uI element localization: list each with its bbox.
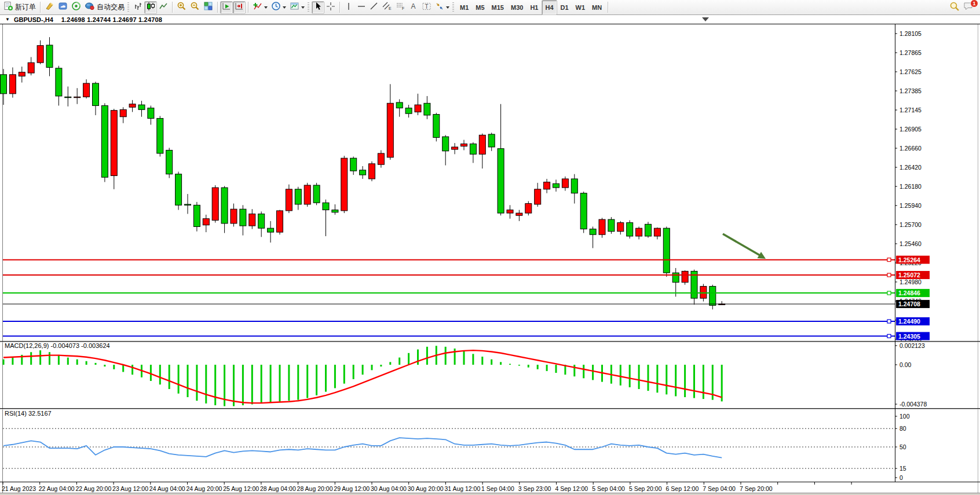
chart-canvas[interactable]: 1.281051.278651.276251.273851.271451.269… [0, 0, 980, 495]
macd-histogram-bar [629, 365, 631, 387]
label-tool-button[interactable]: T [420, 1, 433, 14]
zoom-in-button[interactable] [175, 1, 188, 14]
timeframe-h1-button[interactable]: H1 [526, 0, 542, 15]
macd-histogram-bar [178, 365, 180, 394]
macd-histogram-bar [141, 365, 142, 377]
candle-body [295, 189, 301, 204]
macd-histogram-bar [3, 360, 5, 365]
candle-body [185, 204, 191, 205]
time-axis-label: 6 Sep 12:00 [666, 485, 699, 492]
text-tool-button[interactable]: A [407, 1, 420, 14]
candle-body [498, 149, 504, 213]
timeframe-mn-button[interactable]: MN [588, 0, 605, 15]
candle-body [240, 209, 246, 226]
crosshair-icon [326, 2, 335, 13]
toolbar-separator [608, 2, 608, 13]
price-axis-tick-label: 1.24980 [899, 278, 922, 285]
timeframe-m1-button[interactable]: M1 [456, 0, 472, 15]
candle-body [323, 203, 329, 210]
level-line-marker[interactable] [887, 320, 891, 323]
fibonacci-tool-button[interactable]: F [394, 1, 407, 14]
timeframe-m30-button[interactable]: M30 [507, 0, 526, 15]
channel-icon: E [382, 2, 392, 13]
trendline-tool-button[interactable] [368, 1, 381, 14]
chart-title-bar: ▼ GBPUSD-,H4 1.24698 1.24744 1.24697 1.2… [0, 15, 980, 24]
macd-histogram-bar [67, 358, 69, 365]
template-icon [290, 1, 299, 13]
price-axis-tick-label: 1.26905 [899, 126, 922, 133]
macd-histogram-bar [325, 365, 327, 392]
level-line-marker[interactable] [887, 291, 891, 295]
crosshair-button[interactable] [324, 1, 337, 14]
macd-histogram-bar [463, 351, 465, 365]
bar-chart-button[interactable] [131, 1, 144, 14]
cursor-icon [314, 2, 323, 13]
macd-histogram-bar [113, 365, 115, 369]
dropdown-caret-icon [446, 6, 449, 9]
price-level-badge [896, 256, 930, 264]
svg-text:F: F [402, 6, 404, 10]
tile-windows-button[interactable] [202, 1, 215, 14]
timeframe-w1-button[interactable]: W1 [572, 0, 589, 15]
cursor-button[interactable] [312, 1, 324, 14]
price-level-badge [896, 332, 930, 340]
rsi-axis-label: 15 [899, 465, 906, 472]
macd-histogram-bar [131, 365, 133, 375]
toolbar-drag-handle[interactable] [308, 2, 309, 13]
macd-histogram-bar [316, 365, 317, 395]
chart-shift-button[interactable] [233, 1, 246, 14]
candle-body [65, 97, 71, 97]
zoom-out-button[interactable] [188, 1, 202, 14]
timeframe-toolbar: M1 M5 M15 M30 H1 H4 D1 W1 MN [456, 0, 605, 15]
price-axis-tick-label: 1.26660 [899, 145, 922, 152]
autotrading-button[interactable]: 自动交易 [83, 1, 126, 14]
macd-axis-label: 0.002123 [899, 342, 925, 349]
level-line-marker[interactable] [887, 273, 891, 277]
level-line-marker[interactable] [887, 258, 891, 262]
time-axis-label: 1 Sep 04:00 [481, 485, 514, 492]
macd-histogram-bar [472, 354, 474, 365]
candle-body [636, 228, 642, 236]
candlestick-chart-button[interactable] [144, 1, 157, 14]
timeframe-h4-button[interactable]: H4 [542, 0, 557, 15]
search-button[interactable] [948, 1, 961, 14]
vertical-line-tool-button[interactable] [342, 1, 355, 14]
macd-histogram-bar [224, 365, 225, 406]
macd-histogram-bar [95, 363, 97, 365]
candle-body [544, 182, 550, 189]
toolbar-drag-handle[interactable] [127, 2, 129, 13]
macd-histogram-bar [30, 352, 32, 365]
arrows-tool-button[interactable] [433, 1, 451, 14]
timeframe-m15-button[interactable]: M15 [488, 0, 507, 15]
notifications-button[interactable]: 1 [961, 1, 975, 14]
line-chart-button[interactable] [157, 1, 170, 14]
timeframe-d1-button[interactable]: D1 [557, 0, 572, 15]
candle-body [286, 189, 292, 211]
macd-histogram-bar [214, 365, 216, 405]
market-watch-button[interactable] [43, 1, 56, 14]
signals-button[interactable] [70, 1, 83, 14]
equidistant-channel-tool-button[interactable]: E [381, 1, 394, 14]
templates-button[interactable] [288, 1, 306, 14]
candle-body [175, 174, 182, 206]
candle-body [19, 72, 25, 76]
candle-body [28, 63, 34, 73]
macd-histogram-bar [721, 365, 723, 401]
timeframe-m5-button[interactable]: M5 [472, 0, 488, 15]
new-order-button[interactable]: 新订单 [2, 1, 38, 14]
data-window-button[interactable] [56, 1, 70, 14]
tile-windows-icon [203, 1, 213, 13]
candle-body [580, 193, 587, 229]
chart-menu-triangle-icon[interactable]: ▼ [5, 17, 10, 22]
level-line-marker[interactable] [887, 335, 891, 338]
notification-badge: 1 [970, 0, 978, 8]
candle-body [396, 102, 403, 108]
candle-body [443, 137, 449, 151]
indicators-button[interactable] [251, 1, 269, 14]
macd-histogram-bar [150, 365, 152, 381]
periods-button[interactable] [269, 1, 288, 14]
auto-scroll-icon [222, 2, 231, 13]
auto-scroll-button[interactable] [220, 1, 233, 14]
toolbar-drag-handle[interactable] [452, 2, 454, 13]
horizontal-line-tool-button[interactable] [355, 1, 368, 14]
